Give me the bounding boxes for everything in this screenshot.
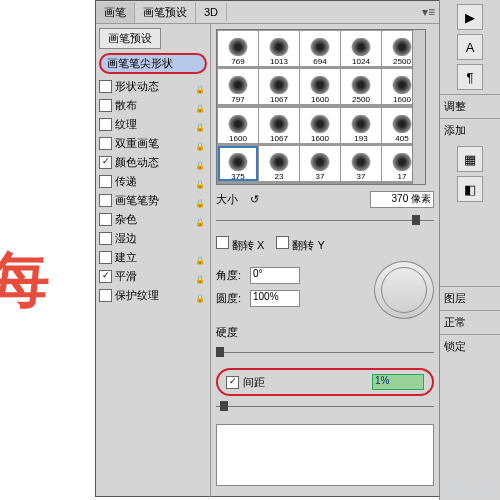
hardness-slider[interactable] — [216, 346, 434, 360]
reset-size-icon[interactable]: ↺ — [250, 193, 264, 207]
brush-thumbnails-grid: 7691013694102425007971067160025001600160… — [216, 29, 426, 185]
checkbox-icon[interactable] — [99, 289, 112, 302]
option-label: 保护纹理 — [115, 288, 159, 303]
option-保护纹理[interactable]: 保护纹理 — [99, 286, 207, 305]
checkbox-icon[interactable] — [99, 251, 112, 264]
checkbox-icon[interactable]: ✓ — [99, 156, 112, 169]
size-slider[interactable] — [216, 214, 434, 228]
flip-x-label: 翻转 X — [232, 239, 264, 251]
option-label: 双重画笔 — [115, 136, 159, 151]
panel-menu-icon[interactable]: ▾≡ — [422, 5, 435, 19]
checkbox-icon[interactable] — [99, 194, 112, 207]
option-传递[interactable]: 传递 — [99, 172, 207, 191]
option-纹理[interactable]: 纹理 — [99, 115, 207, 134]
checkbox-icon[interactable] — [99, 80, 112, 93]
thumb-size: 1024 — [352, 57, 370, 66]
option-湿边[interactable]: 湿边 — [99, 229, 207, 248]
slider-knob[interactable] — [412, 215, 420, 225]
tab-brush[interactable]: 画笔 — [96, 2, 135, 23]
panel-tabbar: 画笔 画笔预设 3D ▾≡ — [96, 1, 439, 24]
lock-icon — [195, 82, 205, 92]
brush-thumb[interactable]: 2500 — [341, 69, 381, 104]
brush-presets-button[interactable]: 画笔预设 — [99, 28, 161, 49]
size-row: 大小 ↺ 370 像素 — [216, 191, 434, 208]
checkbox-icon[interactable] — [99, 118, 112, 131]
watermark: jb51.net — [448, 481, 494, 496]
swatch-icon[interactable]: ▦ — [457, 146, 483, 172]
option-label: 平滑 — [115, 269, 137, 284]
spacing-checkbox[interactable]: ✓ — [226, 376, 239, 389]
option-label: 纹理 — [115, 117, 137, 132]
checkbox-icon[interactable] — [99, 175, 112, 188]
brush-thumb[interactable]: 1024 — [341, 31, 381, 66]
canvas-area: 每 — [0, 0, 96, 440]
brush-thumb[interactable]: 797 — [218, 69, 258, 104]
option-label: 颜色动态 — [115, 155, 159, 170]
styles-icon[interactable]: ◧ — [457, 176, 483, 202]
angle-input[interactable]: 0° — [250, 267, 300, 284]
brush-thumb[interactable]: 1067 — [259, 69, 299, 104]
brush-panel: 画笔 画笔预设 3D ▾≡ 画笔预设 画笔笔尖形状 形状动态散布纹理双重画笔✓颜… — [95, 0, 440, 497]
lock-icon — [195, 120, 205, 130]
size-label: 大小 — [216, 192, 250, 207]
thumb-size: 1600 — [393, 95, 411, 104]
thumb-size: 405 — [395, 134, 408, 143]
add-label[interactable]: 添加 — [440, 118, 500, 142]
thumb-size: 2500 — [393, 57, 411, 66]
option-平滑[interactable]: ✓平滑 — [99, 267, 207, 286]
flip-x-checkbox[interactable]: 翻转 X — [216, 236, 264, 253]
checkbox-icon[interactable] — [99, 232, 112, 245]
thumb-size: 375 — [231, 172, 244, 181]
option-形状动态[interactable]: 形状动态 — [99, 77, 207, 96]
checkbox-icon[interactable] — [99, 213, 112, 226]
brush-thumb[interactable]: 1067 — [259, 108, 299, 143]
lock-icon — [195, 291, 205, 301]
spacing-input[interactable]: 1% — [372, 374, 424, 390]
adjust-label[interactable]: 调整 — [440, 94, 500, 118]
checkbox-icon[interactable]: ✓ — [99, 270, 112, 283]
option-label: 传递 — [115, 174, 137, 189]
thumb-size: 1013 — [270, 57, 288, 66]
brush-tip-shape-item[interactable]: 画笔笔尖形状 — [99, 53, 207, 74]
brush-thumb[interactable]: 1600 — [300, 69, 340, 104]
size-input[interactable]: 370 像素 — [370, 191, 434, 208]
brush-thumb[interactable]: 694 — [300, 31, 340, 66]
thumb-size: 37 — [357, 172, 366, 181]
option-双重画笔[interactable]: 双重画笔 — [99, 134, 207, 153]
thumbs-scrollbar[interactable] — [412, 30, 425, 184]
brush-thumb[interactable]: 37 — [300, 146, 340, 181]
options-column: 画笔预设 画笔笔尖形状 形状动态散布纹理双重画笔✓颜色动态传递画笔笔势杂色湿边建… — [96, 24, 211, 497]
lock-icon — [195, 215, 205, 225]
checkbox-icon[interactable] — [99, 137, 112, 150]
text-tool-icon[interactable]: A — [457, 34, 483, 60]
tab-brush-preset[interactable]: 画笔预设 — [135, 2, 196, 23]
brush-thumb[interactable]: 23 — [259, 146, 299, 181]
tool-icon[interactable]: ▶ — [457, 4, 483, 30]
angle-widget[interactable] — [374, 261, 434, 319]
slider-knob[interactable] — [216, 347, 224, 357]
spacing-slider[interactable] — [216, 400, 434, 414]
blend-mode[interactable]: 正常 — [440, 310, 500, 334]
thumb-size: 1600 — [311, 134, 329, 143]
option-建立[interactable]: 建立 — [99, 248, 207, 267]
brush-thumb[interactable]: 1600 — [300, 108, 340, 143]
option-散布[interactable]: 散布 — [99, 96, 207, 115]
brush-thumb[interactable]: 769 — [218, 31, 258, 66]
slider-knob[interactable] — [220, 401, 228, 411]
flip-y-checkbox[interactable]: 翻转 Y — [276, 236, 324, 253]
option-label: 杂色 — [115, 212, 137, 227]
option-颜色动态[interactable]: ✓颜色动态 — [99, 153, 207, 172]
option-杂色[interactable]: 杂色 — [99, 210, 207, 229]
tab-3d[interactable]: 3D — [196, 3, 227, 21]
brush-thumb[interactable]: 1013 — [259, 31, 299, 66]
layers-label[interactable]: 图层 — [440, 286, 500, 310]
checkbox-icon[interactable] — [99, 99, 112, 112]
flip-y-label: 翻转 Y — [292, 239, 324, 251]
roundness-input[interactable]: 100% — [250, 290, 300, 307]
brush-thumb[interactable]: 375 — [218, 146, 258, 181]
option-画笔笔势[interactable]: 画笔笔势 — [99, 191, 207, 210]
brush-thumb[interactable]: 1600 — [218, 108, 258, 143]
brush-thumb[interactable]: 37 — [341, 146, 381, 181]
paragraph-tool-icon[interactable]: ¶ — [457, 64, 483, 90]
brush-thumb[interactable]: 193 — [341, 108, 381, 143]
